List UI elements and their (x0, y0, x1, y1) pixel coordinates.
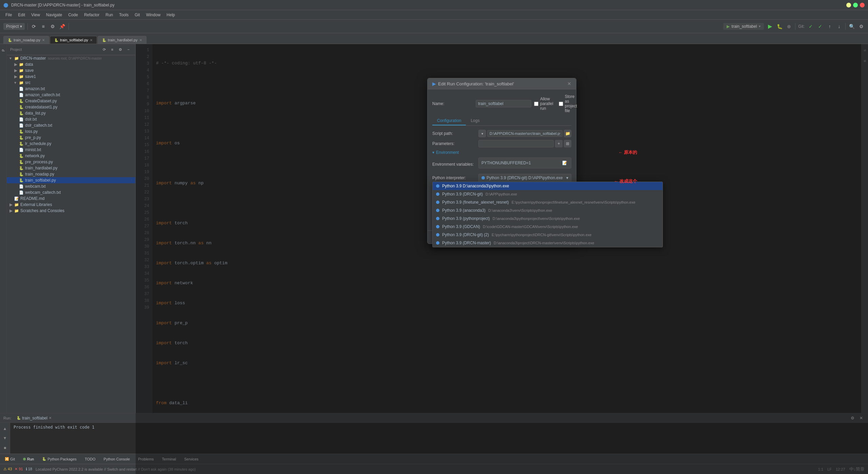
project-icon[interactable]: P (0, 46, 8, 55)
menu-git[interactable]: Git (132, 11, 142, 19)
pin-icon[interactable]: 📌 (59, 23, 66, 30)
params-expand[interactable]: ⊞ (564, 140, 571, 147)
tree-createdataset[interactable]: 🐍 CreateDataset.py (7, 98, 135, 104)
parallel-check[interactable] (534, 102, 538, 106)
search-everywhere[interactable]: 🔍 (848, 23, 855, 30)
run-with-coverage[interactable]: ⊕ (786, 23, 792, 30)
tab-close-1[interactable]: ✕ (42, 38, 45, 42)
window-controls[interactable] (846, 3, 865, 7)
tree-dslr[interactable]: 📄 dslr.txt (7, 116, 135, 122)
run-stop-btn[interactable]: ■ (0, 444, 10, 452)
tree-data[interactable]: ▶ 📁 data (7, 61, 135, 67)
menu-view[interactable]: View (28, 11, 43, 19)
tree-network[interactable]: 🐍 network.py (7, 153, 135, 159)
menu-code[interactable]: Code (65, 11, 81, 19)
git-check[interactable]: ✓ (807, 23, 814, 30)
menu-refactor[interactable]: Refactor (81, 11, 102, 19)
run-bottom-tab[interactable]: Run (22, 456, 35, 462)
dropdown-item-drcn-git[interactable]: Python 3.9 (DRCN-git) D:\APP\python.exe (433, 190, 663, 198)
tree-lrschedule[interactable]: 🐍 lr_schedule.py (7, 141, 135, 147)
settings-icon[interactable]: ⚙ (50, 23, 56, 30)
tree-noadap[interactable]: 🐍 train_noadap.py (7, 171, 135, 177)
python-console-tab[interactable]: Python Console (102, 456, 131, 462)
maximize-button[interactable] (853, 3, 858, 7)
tree-softlabel[interactable]: 🐍 train_softlabel.py (7, 177, 135, 183)
dropdown-item-pythonproject[interactable]: Python 3.9 (pythonproject) D:\anaconda3\… (433, 214, 663, 223)
script-path-browse[interactable]: 📁 (564, 130, 571, 137)
tree-webcam[interactable]: 📄 webcam.txt (7, 183, 135, 189)
menu-run[interactable]: Run (103, 11, 116, 19)
sidebar-sync[interactable]: ⟳ (101, 46, 107, 53)
interpreter-select[interactable]: Python 3.9 (DRCN-git) D:\APP\python.exe … (478, 174, 571, 182)
tab-train-noadap[interactable]: 🐍 train_noadap.py ✕ (3, 36, 49, 44)
tree-readme[interactable]: 📝 README.md (7, 195, 135, 202)
menu-navigate[interactable]: Navigate (43, 11, 65, 19)
script-path-input[interactable] (487, 130, 563, 137)
script-path-dropdown[interactable]: ▾ (478, 130, 486, 137)
menu-help[interactable]: Help (164, 11, 178, 19)
parameters-input[interactable] (478, 140, 554, 147)
name-input[interactable] (476, 100, 531, 107)
git-tab[interactable]: 🔀 Git (3, 456, 16, 462)
tree-preprocess[interactable]: 🐍 pre_process.py (7, 159, 135, 165)
tree-save1[interactable]: ▶ 📁 save1 (7, 74, 135, 80)
tree-createdataset1[interactable]: 🐍 createdataset1.py (7, 104, 135, 110)
menu-tools[interactable]: Tools (116, 11, 131, 19)
sync-icon[interactable]: ⟳ (31, 23, 37, 30)
tree-scratches[interactable]: ▶ 📁 Scratches and Consoles (7, 208, 135, 214)
tree-loss[interactable]: 🐍 loss.py (7, 128, 135, 135)
git-pull[interactable]: ↓ (836, 23, 843, 30)
dropdown-item-gdcan[interactable]: Python 3.9 (GDCAN) D:\code\GDCAN-master\… (433, 223, 663, 231)
allow-parallel-checkbox[interactable]: Allow parallel run (534, 97, 553, 111)
git-status[interactable]: ✓ (817, 23, 824, 30)
tree-webcam-caltech[interactable]: 📄 webcam_caltech.txt (7, 189, 135, 195)
tree-hardlabel[interactable]: 🐍 train_hardlabel.py (7, 165, 135, 171)
tab-close-2[interactable]: ✕ (90, 38, 93, 42)
python-packages-tab[interactable]: 🐍 Python Packages (41, 456, 78, 462)
run-up-btn[interactable]: ▲ (0, 425, 10, 433)
run-config-selector[interactable]: ▶ train_softlabel ▾ (723, 23, 764, 30)
env-vars-display[interactable]: PYTHONUNBUFFERED=1 📝 (478, 158, 571, 168)
sidebar-settings[interactable]: ⚙ (117, 46, 124, 53)
tree-save[interactable]: ▶ 📁 save (7, 67, 135, 74)
store-check[interactable] (559, 102, 563, 106)
modal-close-button[interactable]: ✕ (567, 81, 571, 86)
tree-datalist[interactable]: 🐍 data_list.py (7, 110, 135, 116)
dropdown-item-drcn-git-2[interactable]: Python 3.9 (DRCN-git) (2) E:\pycharm\pyt… (433, 231, 663, 239)
dropdown-item-drcn-master[interactable]: Python 3.9 (DRCN-master) D:\anaconda3\pr… (433, 239, 663, 247)
git-push[interactable]: ↑ (826, 23, 833, 30)
tree-root[interactable]: ▾ 📁 DRCN-master sources root, D:\APP\DRC… (7, 55, 135, 61)
tree-minist[interactable]: 📄 minist.txt (7, 147, 135, 153)
dropdown-item-anaconda3-python[interactable]: Python 3.9 D:\anaconda3\python.exe (433, 182, 663, 190)
list-icon[interactable]: ≡ (40, 23, 47, 30)
env-section-header[interactable]: ▾ Environment (432, 150, 571, 155)
env-edit-btn[interactable]: 📝 (561, 159, 568, 167)
tree-external[interactable]: ▶ 📁 External Libraries (7, 202, 135, 208)
tree-amazon[interactable]: 📄 amazon.txt (7, 86, 135, 92)
debug-button[interactable]: 🐛 (776, 23, 783, 30)
sidebar-pin[interactable]: − (125, 46, 132, 53)
settings-main[interactable]: ⚙ (858, 23, 865, 30)
tree-amazon-caltech[interactable]: 📄 amazon_caltech.txt (7, 92, 135, 98)
menu-edit[interactable]: Edit (15, 11, 28, 19)
dropdown-item-anaconda3[interactable]: Python 3.9 (anaconda3) D:\anaconda3\venv… (433, 206, 663, 214)
tab-train-hardlabel[interactable]: 🐍 train_hardlabel.py ✕ (98, 36, 146, 44)
run-tab-close[interactable]: ✕ (49, 416, 52, 420)
tree-prep[interactable]: 🐍 pre_p.py (7, 135, 135, 141)
menu-window[interactable]: Window (143, 11, 163, 19)
store-as-project-checkbox[interactable]: Store as project file (559, 94, 577, 113)
config-tab[interactable]: Configuration (432, 117, 466, 125)
sidebar-collapse[interactable]: ≡ (109, 46, 116, 53)
params-add[interactable]: + (555, 140, 563, 147)
tree-dslr-caltech[interactable]: 📄 dslr_caltech.txt (7, 122, 135, 128)
close-button[interactable] (860, 3, 865, 7)
menu-file[interactable]: File (3, 11, 15, 19)
minimize-button[interactable] (846, 3, 851, 7)
dropdown-item-finetune[interactable]: Python 3.9 (finetune_alexnet_resnet) E:\… (433, 198, 663, 206)
run-active-tab[interactable]: 🐍 train_softlabel ✕ (14, 415, 54, 421)
todo-tab[interactable]: TODO (83, 456, 97, 462)
run-button[interactable]: ▶ (767, 23, 773, 30)
tab-close-3[interactable]: ✕ (139, 38, 142, 42)
tab-train-softlabel[interactable]: 🐍 train_softlabel.py ✕ (50, 36, 97, 44)
project-dropdown[interactable]: Project ▾ (3, 23, 25, 30)
